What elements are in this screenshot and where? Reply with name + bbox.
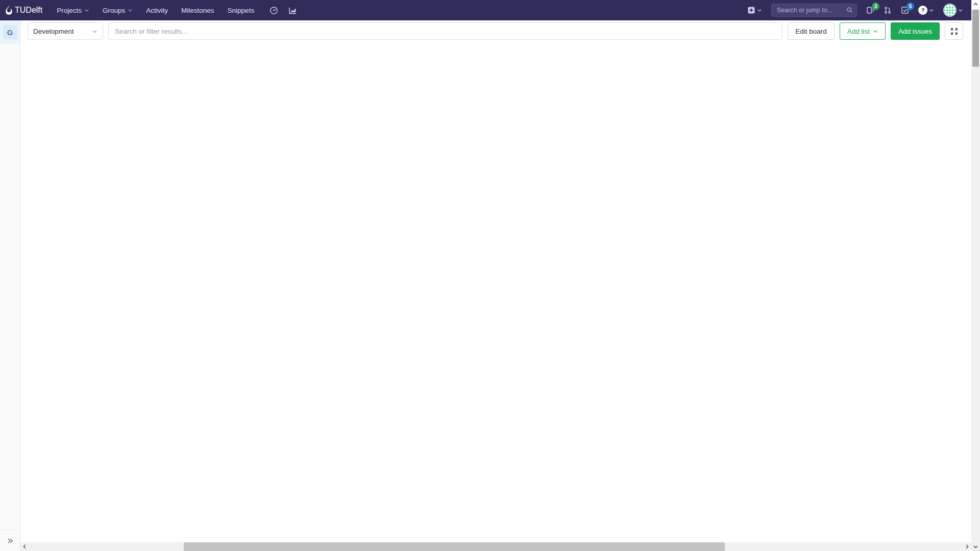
scroll-right-arrow[interactable]: [963, 542, 971, 551]
todos-shortcut-button[interactable]: 5: [901, 6, 909, 14]
board-switcher-dropdown[interactable]: Development: [28, 22, 103, 40]
vertical-scrollbar[interactable]: [971, 0, 980, 551]
plus-square-icon: [747, 6, 755, 14]
nav-activity[interactable]: Activity: [146, 7, 168, 14]
help-menu-button[interactable]: ?: [918, 6, 934, 15]
nav-groups[interactable]: Groups: [103, 7, 133, 14]
add-issues-button[interactable]: Add issues: [891, 22, 940, 40]
scroll-up-arrow[interactable]: [971, 0, 980, 9]
new-menu-button[interactable]: [747, 6, 762, 14]
user-menu-button[interactable]: [943, 4, 963, 17]
merge-request-icon: [884, 6, 892, 14]
board-controls: Development Edit board Add list Add issu…: [20, 16, 971, 46]
chevron-down-icon: [958, 8, 963, 13]
analytics-chart-icon[interactable]: [288, 6, 297, 15]
global-search-input[interactable]: [771, 4, 857, 17]
chevron-down-icon: [929, 8, 934, 13]
add-list-button[interactable]: Add list: [840, 22, 886, 40]
collapse-sidebar-button[interactable]: [0, 530, 20, 551]
issue-board: [20, 46, 971, 514]
primary-nav: Projects Groups Activity Milestones Snip…: [57, 7, 254, 14]
scroll-left-arrow[interactable]: [20, 542, 29, 551]
board-filter-input[interactable]: [108, 22, 782, 40]
logo-text: TUDelft: [15, 6, 42, 15]
todos-count-badge: 5: [906, 3, 914, 10]
nav-milestones[interactable]: Milestones: [181, 7, 214, 14]
project-avatar[interactable]: G: [0, 20, 20, 44]
chevron-down-icon: [757, 8, 762, 13]
chevron-down-icon: [92, 29, 97, 34]
flame-icon: [5, 5, 13, 16]
issues-shortcut-button[interactable]: 3: [866, 6, 874, 14]
search-icon: [846, 7, 853, 13]
project-sidebar: G: [0, 20, 20, 551]
expand-icon: [950, 28, 958, 35]
nav-projects[interactable]: Projects: [57, 7, 89, 14]
horizontal-scrollbar-thumb[interactable]: [184, 542, 725, 551]
chevron-down-icon: [84, 8, 89, 13]
dashboard-icon[interactable]: [270, 6, 278, 15]
help-icon: ?: [918, 6, 927, 15]
tudelft-logo[interactable]: TUDelft: [5, 5, 42, 16]
user-avatar: [943, 4, 957, 17]
edit-board-button[interactable]: Edit board: [788, 22, 835, 40]
vertical-scrollbar-thumb[interactable]: [972, 10, 979, 67]
top-navbar: TUDelft Projects Groups Activity Milesto…: [0, 0, 971, 20]
fullscreen-button[interactable]: [945, 22, 963, 40]
nav-snippets[interactable]: Snippets: [228, 7, 255, 14]
horizontal-scrollbar[interactable]: [20, 542, 971, 551]
chevron-down-icon: [128, 8, 133, 13]
merge-requests-shortcut-button[interactable]: [884, 6, 892, 14]
issues-count-badge: 3: [872, 3, 879, 10]
scroll-down-arrow[interactable]: [971, 542, 980, 551]
chevron-down-icon: [873, 29, 878, 34]
